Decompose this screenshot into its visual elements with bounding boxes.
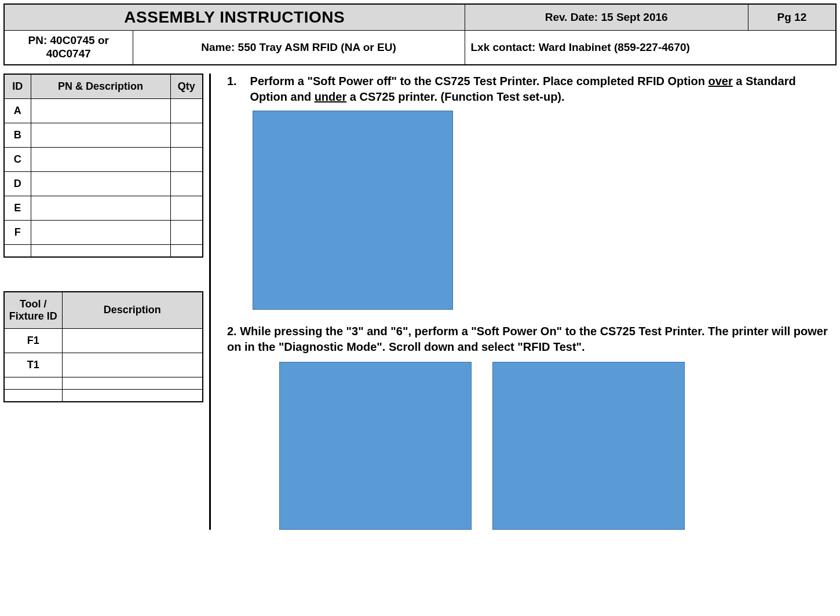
tool-id: T1 [4,353,62,377]
underline-over: over [708,75,733,87]
rev-date: Rev. Date: 15 Sept 2016 [465,4,748,31]
page-number: Pg 12 [748,4,836,31]
tools-header-id: Tool / Fixture ID [4,292,62,329]
assembly-name: Name: 550 Tray ASM RFID (NA or EU) [133,31,465,65]
left-column: ID PN & Description Qty A B C D E F Tool… [3,74,209,530]
tool-desc [62,389,203,402]
tools-table: Tool / Fixture ID Description F1 T1 [3,291,203,402]
part-desc [31,147,170,171]
part-id: C [4,147,31,171]
parts-table: ID PN & Description Qty A B C D E F [3,74,203,258]
tool-desc [62,377,203,389]
contact-info: Lxk contact: Ward Inabinet (859-227-4670… [465,31,836,65]
part-desc [31,244,170,257]
part-id: F [4,220,31,244]
step-text: Perform a "Soft Power off" to the CS725 … [250,74,837,105]
table-row: E [4,196,203,220]
image-placeholder [492,362,685,530]
parts-header-id: ID [4,74,31,99]
part-qty [170,220,203,244]
part-qty [170,196,203,220]
step-1: 1. Perform a "Soft Power off" to the CS7… [227,74,837,105]
doc-title: ASSEMBLY INSTRUCTIONS [4,4,465,31]
table-row [4,389,203,402]
table-row: C [4,147,203,171]
step-number: 1. [227,74,247,89]
tool-id [4,377,62,389]
part-qty [170,171,203,196]
part-qty [170,98,203,123]
part-number: PN: 40C0745 or 40C0747 [4,31,133,65]
part-id: B [4,123,31,147]
parts-header-qty: Qty [170,74,203,99]
tool-desc [62,353,203,377]
part-qty [170,123,203,147]
table-row [4,244,203,257]
part-qty [170,147,203,171]
part-desc [31,196,170,220]
tool-desc [62,328,203,353]
part-desc [31,220,170,244]
table-row: F1 [4,328,203,353]
tool-id [4,389,62,402]
right-column: 1. Perform a "Soft Power off" to the CS7… [211,74,837,530]
tools-header-desc: Description [62,292,203,329]
main-content: ID PN & Description Qty A B C D E F Tool… [3,74,837,530]
part-qty [170,244,203,257]
tool-id: F1 [4,328,62,353]
step-text: 2. While pressing the "3" and "6", perfo… [227,324,837,355]
table-row: A [4,98,203,123]
table-row: D [4,171,203,196]
table-row: T1 [4,353,203,377]
image-placeholder [253,111,453,310]
part-id [4,244,31,257]
part-id: E [4,196,31,220]
table-row [4,377,203,389]
part-desc [31,171,170,196]
table-row: B [4,123,203,147]
part-desc [31,98,170,123]
table-row: F [4,220,203,244]
part-id: D [4,171,31,196]
part-id: A [4,98,31,123]
image-placeholder [279,362,472,530]
header-table: ASSEMBLY INSTRUCTIONS Rev. Date: 15 Sept… [3,3,837,65]
part-desc [31,123,170,147]
underline-under: under [315,90,347,103]
parts-header-desc: PN & Description [31,74,170,99]
step-2: 2. While pressing the "3" and "6", perfo… [227,324,837,355]
image-row [279,362,837,530]
